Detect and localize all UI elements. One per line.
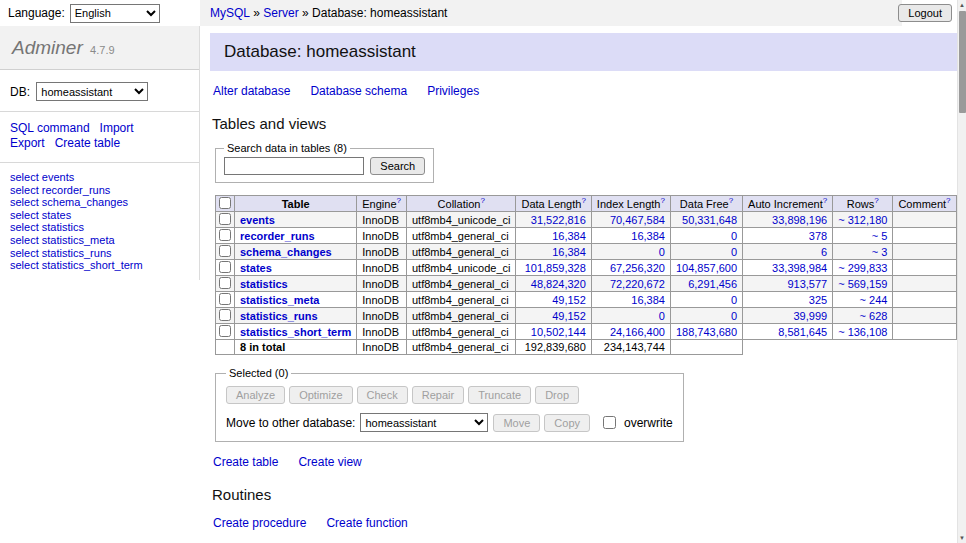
sidebar-table-states[interactable]: states [42, 209, 71, 221]
table-link-statistics-meta[interactable]: statistics_meta [240, 294, 320, 306]
scrollbar[interactable]: ▲ ▼ [957, 0, 966, 543]
sidebar-select-statistics[interactable]: select [10, 221, 39, 233]
sidebar-select-states[interactable]: select [10, 209, 39, 221]
link-create-table[interactable]: Create table [213, 455, 278, 469]
sidebar-table-recorder-runs[interactable]: recorder_runs [42, 184, 110, 196]
rows-link-statistics-runs[interactable]: ~ 628 [860, 310, 888, 322]
data-length-link-statistics-short-term[interactable]: 10,502,144 [531, 326, 586, 338]
table-link-schema-changes[interactable]: schema_changes [240, 246, 332, 258]
index-length-link-schema-changes[interactable]: 0 [659, 246, 665, 258]
row-checkbox-statistics-meta[interactable] [219, 293, 231, 305]
row-checkbox-events[interactable] [219, 213, 231, 225]
link-create-procedure[interactable]: Create procedure [213, 516, 306, 530]
table-link-events[interactable]: events [240, 214, 275, 226]
link-create-function[interactable]: Create function [326, 516, 407, 530]
bulk-check-button[interactable]: Check [357, 386, 408, 404]
move-button[interactable]: Move [493, 414, 540, 432]
bulk-repair-button[interactable]: Repair [412, 386, 464, 404]
scroll-down-icon[interactable]: ▼ [958, 533, 966, 543]
table-link-recorder-runs[interactable]: recorder_runs [240, 230, 315, 242]
data-length-link-statistics-runs[interactable]: 49,152 [552, 310, 586, 322]
rows-link-states[interactable]: ~ 299,833 [838, 262, 887, 274]
sidebar-select-schema-changes[interactable]: select [10, 196, 39, 208]
data-length-link-states[interactable]: 101,859,328 [525, 262, 586, 274]
data-free-link-schema-changes[interactable]: 0 [731, 246, 737, 258]
data-free-link-statistics-meta[interactable]: 0 [731, 294, 737, 306]
db-select[interactable]: homeassistant [36, 82, 148, 101]
search-button[interactable]: Search [370, 157, 425, 175]
scroll-up-icon[interactable]: ▲ [958, 0, 966, 10]
auto-increment-link-recorder-runs[interactable]: 378 [809, 230, 827, 242]
sidebar-table-statistics-short-term[interactable]: statistics_short_term [42, 259, 143, 271]
row-checkbox-recorder-runs[interactable] [219, 229, 231, 241]
overwrite-checkbox[interactable] [603, 416, 616, 429]
search-input[interactable] [224, 157, 364, 175]
sidebar-table-statistics[interactable]: statistics [42, 221, 84, 233]
data-length-link-events[interactable]: 31,522,816 [531, 214, 586, 226]
data-length-link-schema-changes[interactable]: 16,384 [552, 246, 586, 258]
breadcrumb-link-server[interactable]: Server [263, 6, 298, 20]
sidebar-table-events[interactable]: events [42, 171, 74, 183]
sidebar-table-schema-changes[interactable]: schema_changes [42, 196, 128, 208]
row-checkbox-statistics-runs[interactable] [219, 309, 231, 321]
row-checkbox-statistics[interactable] [219, 277, 231, 289]
menu-link-export[interactable]: Export [10, 136, 45, 150]
engine-help-icon[interactable]: ? [397, 196, 401, 205]
bulk-analyze-button[interactable]: Analyze [226, 386, 285, 404]
auto-increment-link-schema-changes[interactable]: 6 [821, 246, 827, 258]
rows-link-statistics-short-term[interactable]: ~ 136,108 [838, 326, 887, 338]
rows-link-statistics-meta[interactable]: ~ 244 [860, 294, 888, 306]
auto-increment-link-statistics[interactable]: 913,577 [787, 278, 827, 290]
data-free-link-events[interactable]: 50,331,648 [682, 214, 737, 226]
copy-button[interactable]: Copy [544, 414, 590, 432]
data-free-link-statistics-runs[interactable]: 0 [731, 310, 737, 322]
language-select[interactable]: English [70, 4, 160, 23]
data-length-link-recorder-runs[interactable]: 16,384 [552, 230, 586, 242]
comment-help-icon[interactable]: ? [946, 196, 950, 205]
data-free-link-statistics[interactable]: 6,291,456 [688, 278, 737, 290]
data-length-help-icon[interactable]: ? [581, 196, 585, 205]
table-link-statistics-short-term[interactable]: statistics_short_term [240, 326, 351, 338]
table-link-statistics-runs[interactable]: statistics_runs [240, 310, 318, 322]
sidebar-select-statistics-short-term[interactable]: select [10, 259, 39, 271]
data-free-help-icon[interactable]: ? [729, 196, 733, 205]
menu-link-sql-command[interactable]: SQL command [10, 121, 90, 135]
auto-increment-link-statistics-runs[interactable]: 39,999 [794, 310, 828, 322]
index-length-link-statistics[interactable]: 72,220,672 [610, 278, 665, 290]
app-name[interactable]: Adminer [12, 37, 83, 58]
table-link-states[interactable]: states [240, 262, 272, 274]
sidebar-select-statistics-runs[interactable]: select [10, 247, 39, 259]
link-create-view[interactable]: Create view [298, 455, 361, 469]
rows-help-icon[interactable]: ? [874, 196, 878, 205]
data-free-link-states[interactable]: 104,857,600 [676, 262, 737, 274]
row-checkbox-schema-changes[interactable] [219, 245, 231, 257]
table-link-statistics[interactable]: statistics [240, 278, 288, 290]
bulk-optimize-button[interactable]: Optimize [289, 386, 352, 404]
select-all-checkbox[interactable] [219, 197, 231, 209]
sidebar-table-statistics-meta[interactable]: statistics_meta [42, 234, 115, 246]
index-length-link-events[interactable]: 70,467,584 [610, 214, 665, 226]
scrollbar-thumb[interactable] [959, 11, 966, 113]
rows-link-recorder-runs[interactable]: ~ 5 [872, 230, 888, 242]
db-link-privileges[interactable]: Privileges [427, 84, 479, 98]
index-length-link-statistics-runs[interactable]: 0 [659, 310, 665, 322]
bulk-truncate-button[interactable]: Truncate [468, 386, 531, 404]
auto-increment-link-statistics-meta[interactable]: 325 [809, 294, 827, 306]
collation-help-icon[interactable]: ? [480, 196, 484, 205]
index-length-link-statistics-meta[interactable]: 16,384 [631, 294, 665, 306]
row-checkbox-statistics-short-term[interactable] [219, 325, 231, 337]
db-link-database-schema[interactable]: Database schema [310, 84, 407, 98]
breadcrumb-link-mysql[interactable]: MySQL [210, 6, 250, 20]
data-free-link-recorder-runs[interactable]: 0 [731, 230, 737, 242]
sidebar-select-statistics-meta[interactable]: select [10, 234, 39, 246]
auto-increment-help-icon[interactable]: ? [823, 196, 827, 205]
index-length-help-icon[interactable]: ? [660, 196, 664, 205]
index-length-link-recorder-runs[interactable]: 16,384 [631, 230, 665, 242]
data-length-link-statistics[interactable]: 48,824,320 [531, 278, 586, 290]
auto-increment-link-statistics-short-term[interactable]: 8,581,645 [778, 326, 827, 338]
data-length-link-statistics-meta[interactable]: 49,152 [552, 294, 586, 306]
bulk-drop-button[interactable]: Drop [535, 386, 579, 404]
rows-link-events[interactable]: ~ 312,180 [838, 214, 887, 226]
db-link-alter-database[interactable]: Alter database [213, 84, 290, 98]
move-db-select[interactable]: homeassistant [360, 413, 488, 432]
